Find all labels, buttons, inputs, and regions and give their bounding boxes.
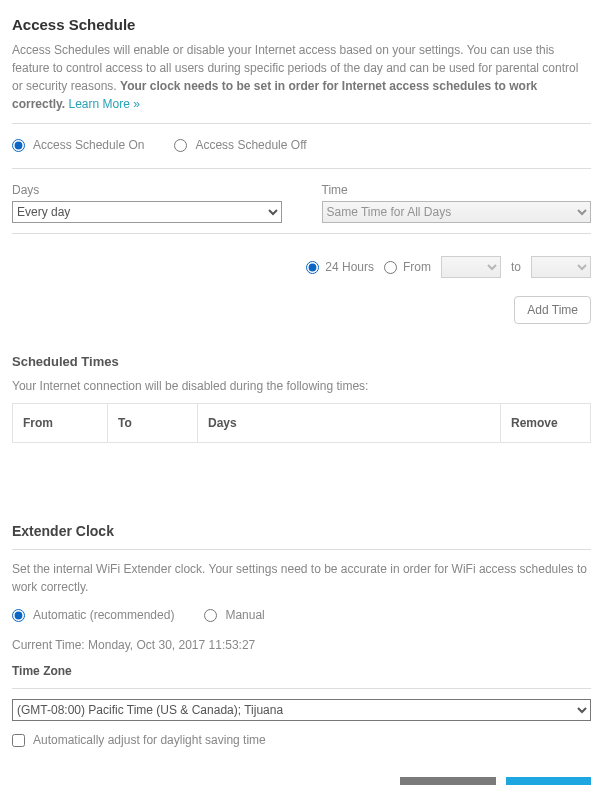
cancel-button[interactable]: CANCEL [400, 777, 496, 785]
add-time-button[interactable]: Add Time [514, 296, 591, 324]
col-from: From [13, 404, 108, 443]
divider [12, 123, 591, 124]
hours-24-option[interactable]: 24 Hours [306, 260, 374, 274]
from-time-select [441, 256, 501, 278]
schedule-off-option[interactable]: Access Schedule Off [174, 138, 306, 152]
access-schedule-desc: Access Schedules will enable or disable … [12, 41, 591, 113]
col-days: Days [198, 404, 501, 443]
clock-auto-label: Automatic (recommended) [33, 608, 174, 622]
col-remove: Remove [501, 404, 591, 443]
scheduled-times-title: Scheduled Times [12, 354, 591, 369]
days-time-row: Days Every day Time Same Time for All Da… [12, 183, 591, 223]
divider [12, 168, 591, 169]
time-select: Same Time for All Days [322, 201, 592, 223]
to-time-select [531, 256, 591, 278]
schedule-off-label: Access Schedule Off [195, 138, 306, 152]
clock-auto-radio[interactable] [12, 609, 25, 622]
schedule-toggle-row: Access Schedule On Access Schedule Off [12, 134, 591, 158]
col-to: To [108, 404, 198, 443]
clock-mode-row: Automatic (recommended) Manual [12, 604, 591, 628]
days-label: Days [12, 183, 282, 197]
hours-from-label: From [403, 260, 431, 274]
schedule-on-label: Access Schedule On [33, 138, 144, 152]
hours-row: 24 Hours From to [12, 256, 591, 278]
schedule-off-radio[interactable] [174, 139, 187, 152]
divider [12, 233, 591, 234]
learn-more-link[interactable]: Learn More » [68, 97, 139, 111]
divider [12, 688, 591, 689]
clock-manual-radio[interactable] [204, 609, 217, 622]
clock-manual-label: Manual [225, 608, 264, 622]
days-select[interactable]: Every day [12, 201, 282, 223]
hours-from-radio[interactable] [384, 261, 397, 274]
to-label: to [511, 260, 521, 274]
scheduled-times-desc: Your Internet connection will be disable… [12, 377, 591, 395]
timezone-select[interactable]: (GMT-08:00) Pacific Time (US & Canada); … [12, 699, 591, 721]
scheduled-times-table: From To Days Remove [12, 403, 591, 443]
timezone-label: Time Zone [12, 664, 591, 678]
current-time-prefix: Current Time: [12, 638, 88, 652]
save-button[interactable]: SAVE [506, 777, 591, 785]
current-time-value: Monday, Oct 30, 2017 11:53:27 [88, 638, 255, 652]
dst-label: Automatically adjust for daylight saving… [33, 733, 266, 747]
hours-24-label: 24 Hours [325, 260, 374, 274]
access-schedule-title: Access Schedule [12, 16, 591, 33]
dst-checkbox[interactable] [12, 734, 25, 747]
hours-from-option[interactable]: From [384, 260, 431, 274]
schedule-on-option[interactable]: Access Schedule On [12, 138, 144, 152]
extender-clock-desc: Set the internal WiFi Extender clock. Yo… [12, 560, 591, 596]
hours-24-radio[interactable] [306, 261, 319, 274]
extender-clock-title: Extender Clock [12, 523, 591, 539]
clock-auto-option[interactable]: Automatic (recommended) [12, 608, 174, 622]
current-time: Current Time: Monday, Oct 30, 2017 11:53… [12, 638, 591, 652]
divider [12, 549, 591, 550]
clock-manual-option[interactable]: Manual [204, 608, 264, 622]
time-label: Time [322, 183, 592, 197]
schedule-on-radio[interactable] [12, 139, 25, 152]
